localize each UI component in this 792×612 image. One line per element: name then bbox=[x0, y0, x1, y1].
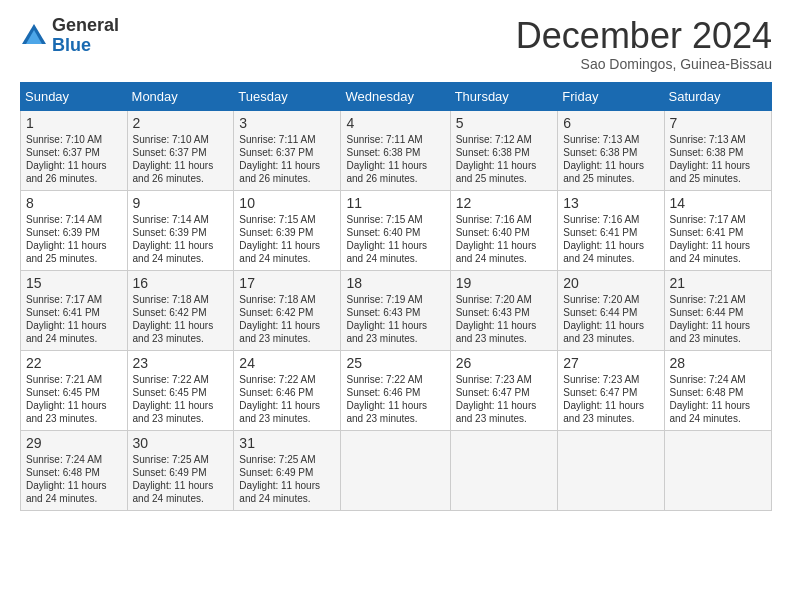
day-number: 21 bbox=[670, 275, 766, 291]
table-row: 1 Sunrise: 7:10 AMSunset: 6:37 PMDayligh… bbox=[21, 110, 128, 190]
day-number: 27 bbox=[563, 355, 658, 371]
day-info: Sunrise: 7:16 AMSunset: 6:40 PMDaylight:… bbox=[456, 214, 537, 264]
table-row: 6 Sunrise: 7:13 AMSunset: 6:38 PMDayligh… bbox=[558, 110, 664, 190]
day-number: 25 bbox=[346, 355, 444, 371]
title-area: December 2024 Sao Domingos, Guinea-Bissa… bbox=[516, 16, 772, 72]
day-number: 15 bbox=[26, 275, 122, 291]
header-area: General Blue December 2024 Sao Domingos,… bbox=[20, 16, 772, 72]
table-row: 2 Sunrise: 7:10 AMSunset: 6:37 PMDayligh… bbox=[127, 110, 234, 190]
table-row: 10 Sunrise: 7:15 AMSunset: 6:39 PMDaylig… bbox=[234, 190, 341, 270]
day-info: Sunrise: 7:13 AMSunset: 6:38 PMDaylight:… bbox=[563, 134, 644, 184]
table-row: 8 Sunrise: 7:14 AMSunset: 6:39 PMDayligh… bbox=[21, 190, 128, 270]
col-thursday: Thursday bbox=[450, 82, 558, 110]
day-info: Sunrise: 7:13 AMSunset: 6:38 PMDaylight:… bbox=[670, 134, 751, 184]
table-row: 13 Sunrise: 7:16 AMSunset: 6:41 PMDaylig… bbox=[558, 190, 664, 270]
day-info: Sunrise: 7:21 AMSunset: 6:44 PMDaylight:… bbox=[670, 294, 751, 344]
day-number: 3 bbox=[239, 115, 335, 131]
table-row: 12 Sunrise: 7:16 AMSunset: 6:40 PMDaylig… bbox=[450, 190, 558, 270]
day-info: Sunrise: 7:23 AMSunset: 6:47 PMDaylight:… bbox=[563, 374, 644, 424]
table-row: 20 Sunrise: 7:20 AMSunset: 6:44 PMDaylig… bbox=[558, 270, 664, 350]
day-info: Sunrise: 7:16 AMSunset: 6:41 PMDaylight:… bbox=[563, 214, 644, 264]
table-row: 24 Sunrise: 7:22 AMSunset: 6:46 PMDaylig… bbox=[234, 350, 341, 430]
day-number: 24 bbox=[239, 355, 335, 371]
day-number: 28 bbox=[670, 355, 766, 371]
table-row: 25 Sunrise: 7:22 AMSunset: 6:46 PMDaylig… bbox=[341, 350, 450, 430]
day-number: 11 bbox=[346, 195, 444, 211]
table-row: 7 Sunrise: 7:13 AMSunset: 6:38 PMDayligh… bbox=[664, 110, 771, 190]
table-row: 15 Sunrise: 7:17 AMSunset: 6:41 PMDaylig… bbox=[21, 270, 128, 350]
table-row bbox=[664, 430, 771, 510]
col-saturday: Saturday bbox=[664, 82, 771, 110]
day-number: 5 bbox=[456, 115, 553, 131]
table-row: 31 Sunrise: 7:25 AMSunset: 6:49 PMDaylig… bbox=[234, 430, 341, 510]
table-row bbox=[450, 430, 558, 510]
day-number: 26 bbox=[456, 355, 553, 371]
day-info: Sunrise: 7:18 AMSunset: 6:42 PMDaylight:… bbox=[239, 294, 320, 344]
day-info: Sunrise: 7:23 AMSunset: 6:47 PMDaylight:… bbox=[456, 374, 537, 424]
day-number: 23 bbox=[133, 355, 229, 371]
calendar-week-row: 8 Sunrise: 7:14 AMSunset: 6:39 PMDayligh… bbox=[21, 190, 772, 270]
table-row: 28 Sunrise: 7:24 AMSunset: 6:48 PMDaylig… bbox=[664, 350, 771, 430]
day-number: 14 bbox=[670, 195, 766, 211]
day-info: Sunrise: 7:11 AMSunset: 6:37 PMDaylight:… bbox=[239, 134, 320, 184]
day-number: 7 bbox=[670, 115, 766, 131]
table-row: 17 Sunrise: 7:18 AMSunset: 6:42 PMDaylig… bbox=[234, 270, 341, 350]
table-row: 4 Sunrise: 7:11 AMSunset: 6:38 PMDayligh… bbox=[341, 110, 450, 190]
table-row bbox=[558, 430, 664, 510]
day-info: Sunrise: 7:17 AMSunset: 6:41 PMDaylight:… bbox=[26, 294, 107, 344]
day-info: Sunrise: 7:19 AMSunset: 6:43 PMDaylight:… bbox=[346, 294, 427, 344]
table-row: 21 Sunrise: 7:21 AMSunset: 6:44 PMDaylig… bbox=[664, 270, 771, 350]
day-number: 8 bbox=[26, 195, 122, 211]
calendar-week-row: 29 Sunrise: 7:24 AMSunset: 6:48 PMDaylig… bbox=[21, 430, 772, 510]
day-info: Sunrise: 7:10 AMSunset: 6:37 PMDaylight:… bbox=[133, 134, 214, 184]
day-number: 30 bbox=[133, 435, 229, 451]
day-number: 1 bbox=[26, 115, 122, 131]
table-row: 18 Sunrise: 7:19 AMSunset: 6:43 PMDaylig… bbox=[341, 270, 450, 350]
day-number: 4 bbox=[346, 115, 444, 131]
page-container: General Blue December 2024 Sao Domingos,… bbox=[0, 0, 792, 521]
day-info: Sunrise: 7:22 AMSunset: 6:45 PMDaylight:… bbox=[133, 374, 214, 424]
table-row: 11 Sunrise: 7:15 AMSunset: 6:40 PMDaylig… bbox=[341, 190, 450, 270]
table-row: 26 Sunrise: 7:23 AMSunset: 6:47 PMDaylig… bbox=[450, 350, 558, 430]
table-row: 19 Sunrise: 7:20 AMSunset: 6:43 PMDaylig… bbox=[450, 270, 558, 350]
day-number: 29 bbox=[26, 435, 122, 451]
calendar-week-row: 15 Sunrise: 7:17 AMSunset: 6:41 PMDaylig… bbox=[21, 270, 772, 350]
table-row bbox=[341, 430, 450, 510]
table-row: 5 Sunrise: 7:12 AMSunset: 6:38 PMDayligh… bbox=[450, 110, 558, 190]
day-number: 31 bbox=[239, 435, 335, 451]
day-info: Sunrise: 7:11 AMSunset: 6:38 PMDaylight:… bbox=[346, 134, 427, 184]
day-info: Sunrise: 7:18 AMSunset: 6:42 PMDaylight:… bbox=[133, 294, 214, 344]
day-info: Sunrise: 7:14 AMSunset: 6:39 PMDaylight:… bbox=[133, 214, 214, 264]
calendar-week-row: 22 Sunrise: 7:21 AMSunset: 6:45 PMDaylig… bbox=[21, 350, 772, 430]
day-info: Sunrise: 7:15 AMSunset: 6:40 PMDaylight:… bbox=[346, 214, 427, 264]
month-title: December 2024 bbox=[516, 16, 772, 56]
day-info: Sunrise: 7:21 AMSunset: 6:45 PMDaylight:… bbox=[26, 374, 107, 424]
col-tuesday: Tuesday bbox=[234, 82, 341, 110]
logo-blue: Blue bbox=[52, 35, 91, 55]
logo-icon bbox=[20, 22, 48, 50]
logo-general: General bbox=[52, 15, 119, 35]
calendar-table: Sunday Monday Tuesday Wednesday Thursday… bbox=[20, 82, 772, 511]
day-number: 20 bbox=[563, 275, 658, 291]
col-sunday: Sunday bbox=[21, 82, 128, 110]
day-info: Sunrise: 7:22 AMSunset: 6:46 PMDaylight:… bbox=[239, 374, 320, 424]
col-wednesday: Wednesday bbox=[341, 82, 450, 110]
calendar-body: 1 Sunrise: 7:10 AMSunset: 6:37 PMDayligh… bbox=[21, 110, 772, 510]
table-row: 9 Sunrise: 7:14 AMSunset: 6:39 PMDayligh… bbox=[127, 190, 234, 270]
table-row: 23 Sunrise: 7:22 AMSunset: 6:45 PMDaylig… bbox=[127, 350, 234, 430]
col-monday: Monday bbox=[127, 82, 234, 110]
day-number: 16 bbox=[133, 275, 229, 291]
day-number: 12 bbox=[456, 195, 553, 211]
day-info: Sunrise: 7:14 AMSunset: 6:39 PMDaylight:… bbox=[26, 214, 107, 264]
col-friday: Friday bbox=[558, 82, 664, 110]
table-row: 14 Sunrise: 7:17 AMSunset: 6:41 PMDaylig… bbox=[664, 190, 771, 270]
day-number: 9 bbox=[133, 195, 229, 211]
day-info: Sunrise: 7:24 AMSunset: 6:48 PMDaylight:… bbox=[670, 374, 751, 424]
day-number: 6 bbox=[563, 115, 658, 131]
location-subtitle: Sao Domingos, Guinea-Bissau bbox=[516, 56, 772, 72]
logo-text: General Blue bbox=[52, 16, 119, 56]
day-number: 22 bbox=[26, 355, 122, 371]
logo: General Blue bbox=[20, 16, 119, 56]
table-row: 3 Sunrise: 7:11 AMSunset: 6:37 PMDayligh… bbox=[234, 110, 341, 190]
day-info: Sunrise: 7:20 AMSunset: 6:43 PMDaylight:… bbox=[456, 294, 537, 344]
